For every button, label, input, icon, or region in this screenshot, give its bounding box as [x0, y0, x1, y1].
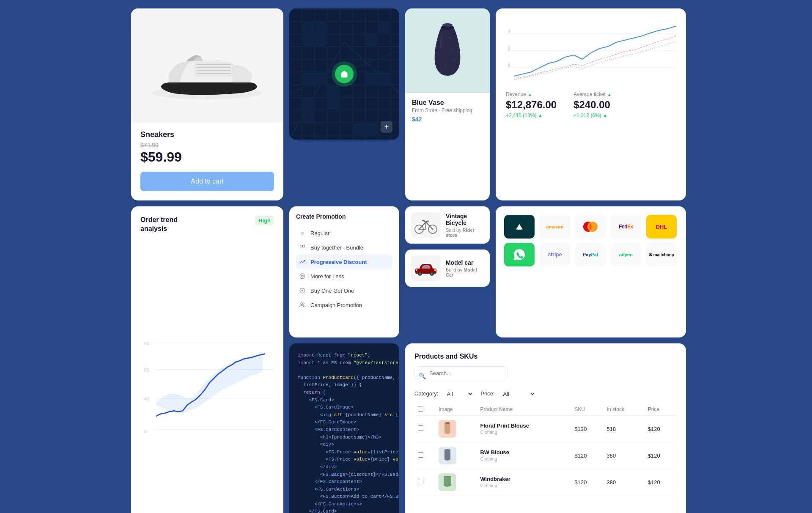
svg-rect-62: [303, 245, 305, 247]
product-sku-2: $120: [571, 442, 603, 469]
sneaker-card: Sneakers $74.99 $59.99 Add to cart: [131, 8, 283, 200]
sku-search-input[interactable]: [414, 366, 508, 380]
product-stock-2: 380: [604, 442, 645, 469]
revenue-up-icon: ▲: [528, 92, 532, 97]
price-filter-select[interactable]: All Under $50 $50-$100 $100+: [502, 390, 536, 398]
product-stock-1: 518: [604, 416, 645, 442]
select-all-checkbox[interactable]: [418, 406, 423, 411]
svg-line-73: [419, 222, 426, 229]
dhl-integration[interactable]: DHL: [646, 215, 677, 239]
stripe-integration[interactable]: stripe: [540, 243, 570, 266]
product-name-3: Windbraker: [480, 476, 568, 482]
category-filter-select[interactable]: All Clothing: [445, 390, 474, 398]
avg-ticket-label: Average ticket ▲: [573, 91, 612, 97]
product-price-2: $120: [645, 442, 677, 469]
svg-rect-33: [379, 22, 390, 33]
svg-text:3: 3: [508, 46, 510, 51]
mailchimp-integration[interactable]: ✉ mailchimp: [646, 243, 677, 266]
promo-item-bogo[interactable]: Buy One Get One: [296, 283, 392, 298]
integrations-card: Z amazon FedEx DHL stripe PayPal: [496, 206, 686, 337]
promo-item-progressive[interactable]: Progressive Discount: [296, 255, 392, 269]
col-product-name: Product Name: [477, 403, 571, 416]
sneaker-name: Sneakers: [140, 130, 274, 139]
avg-ticket-up-icon: ▲: [607, 92, 612, 97]
svg-point-64: [302, 275, 304, 277]
model-car-image: [411, 255, 441, 281]
product-image-2: [439, 447, 456, 464]
col-in-stock: In stock: [604, 403, 645, 416]
bicycle-card: Vintage Bicycle Sold by Rider store: [405, 206, 490, 244]
revenue-change: +2,416 (13%) ▲: [506, 112, 557, 118]
trend-header: Order trendanalysis High: [140, 216, 274, 233]
model-car-name: Model car: [446, 259, 484, 266]
zendesk-integration[interactable]: Z: [504, 215, 535, 239]
adyen-logo: adyen: [619, 252, 633, 257]
svg-point-44: [439, 55, 441, 56]
vase-name: Blue Vase: [412, 99, 483, 107]
trend-title: Order trendanalysis: [140, 216, 178, 233]
sku-title: Products and SKUs: [414, 353, 677, 360]
fedex-integration[interactable]: FedEx: [611, 215, 641, 239]
mastercard-integration[interactable]: [575, 215, 606, 239]
whatsapp-integration[interactable]: [504, 243, 535, 266]
product-image-3: [439, 473, 456, 491]
promo-item-campaign[interactable]: Campaign Promotion: [296, 298, 392, 312]
svg-point-46: [453, 60, 455, 61]
bicycle-image: [411, 212, 441, 238]
svg-line-78: [428, 221, 429, 222]
sku-card: Products and SKUs 🔍 Category: All Clothi…: [405, 343, 686, 513]
adyen-integration[interactable]: adyen: [611, 243, 641, 266]
amazon-integration[interactable]: amazon: [540, 215, 570, 239]
sku-filters: Category: All Clothing Price: All Under …: [414, 390, 677, 398]
model-car-info: Model car Build by Model Car: [446, 259, 484, 277]
promo-campaign-label: Campaign Promotion: [310, 302, 362, 308]
row-checkbox-3[interactable]: [418, 479, 423, 484]
sneaker-sale-price: $59.99: [140, 149, 274, 165]
sneaker-original-price: $74.99: [140, 142, 274, 148]
promo-progressive-label: Progressive Discount: [310, 259, 367, 265]
search-icon: 🔍: [419, 373, 426, 379]
promo-regular-label: Regular: [310, 230, 330, 236]
map-card: +: [289, 8, 399, 140]
category-filter-label: Category:: [414, 390, 438, 398]
model-car-card: Model car Build by Model Car: [405, 250, 490, 287]
promo-item-more-less[interactable]: More for Less: [296, 269, 392, 283]
map-pin[interactable]: [335, 65, 354, 83]
fedex-logo: FedEx: [619, 224, 633, 230]
promotion-card: Create Promotion ○ Regular Buy together …: [289, 206, 399, 337]
promo-item-regular[interactable]: ○ Regular: [296, 226, 392, 240]
svg-point-42: [449, 37, 451, 39]
search-wrapper: 🔍: [414, 366, 508, 385]
product-category-1: Clothing: [480, 430, 497, 435]
svg-text:0: 0: [508, 63, 510, 68]
row-checkbox-2[interactable]: [418, 452, 423, 458]
promo-more-less-label: More for Less: [310, 273, 344, 280]
product-price-1: $120: [645, 416, 677, 442]
avg-ticket-change: +1,312 (6%) ▲: [573, 112, 612, 118]
revenue-value: $12,876.00: [506, 99, 557, 111]
trend-badge: High: [255, 216, 274, 225]
svg-rect-30: [303, 35, 314, 46]
vase-price: $42: [412, 116, 483, 123]
add-to-cart-button[interactable]: Add to cart: [140, 172, 274, 191]
map-zoom-button[interactable]: +: [381, 121, 392, 133]
sneaker-info: Sneakers $74.99 $59.99 Add to cart: [131, 123, 283, 200]
svg-text:0: 0: [144, 429, 146, 434]
promo-progressive-icon: [299, 258, 306, 266]
svg-text:80: 80: [144, 340, 149, 346]
svg-text:40: 40: [144, 396, 149, 401]
product-price-3: $120: [645, 469, 677, 496]
promo-item-bundle[interactable]: Buy together · Bundle: [296, 240, 392, 255]
table-row: BW Blouse Clothing $120 380 $120: [414, 442, 677, 469]
svg-rect-34: [366, 73, 390, 84]
product-sku-3: $120: [571, 469, 603, 496]
trend-chart: 80 60 40 0: [140, 240, 274, 513]
code-card: import React from "react"; import * as F…: [289, 343, 399, 513]
svg-point-45: [444, 65, 446, 66]
row-checkbox-1[interactable]: [418, 425, 423, 431]
revenue-chart: 4 3 0: [506, 17, 676, 85]
paypal-integration[interactable]: PayPal: [575, 243, 606, 266]
svg-rect-61: [300, 245, 302, 247]
avg-ticket-metric: Average ticket ▲ $240.00 +1,312 (6%) ▲: [573, 91, 612, 118]
col-price: Price: [645, 403, 677, 416]
